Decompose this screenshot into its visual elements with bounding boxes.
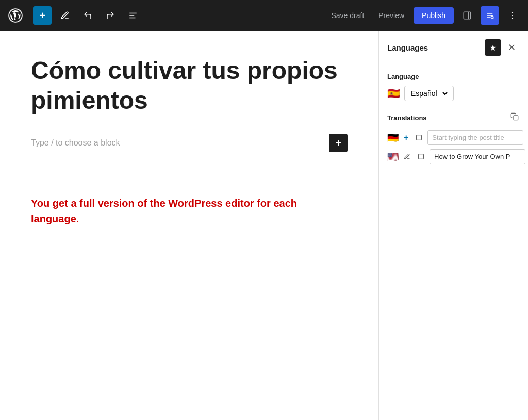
svg-point-7 (512, 12, 513, 13)
edit-translation-en-icon-button[interactable] (402, 152, 412, 161)
selected-language-flag: 🇪🇸 (387, 87, 400, 100)
close-panel-button[interactable]: ✕ (503, 39, 520, 56)
language-select[interactable]: Español English Deutsch Français Italian… (409, 89, 449, 98)
document-overview-button[interactable] (124, 6, 142, 25)
main-toolbar: + Save draft Preview Publish (0, 0, 528, 31)
promo-text: You get a full version of the WordPress … (31, 196, 348, 227)
copy-translations-button[interactable] (509, 111, 520, 124)
svg-rect-11 (417, 135, 422, 140)
translate-button[interactable] (481, 6, 499, 25)
preview-button[interactable]: Preview (373, 8, 409, 23)
pin-panel-button[interactable]: ★ (485, 39, 501, 56)
panel-header: Languages ★ ✕ (379, 31, 528, 64)
svg-rect-12 (419, 154, 424, 159)
translation-row-en: 🇺🇸 (387, 149, 520, 164)
redo-button[interactable] (101, 6, 120, 25)
editor-area: Cómo cultivar tus propios pimientos Type… (0, 31, 378, 420)
sidebar-toggle-button[interactable] (458, 6, 476, 25)
language-select-row: 🇪🇸 Español English Deutsch Français Ital… (387, 86, 520, 101)
add-block-inline-button[interactable]: + (329, 134, 348, 152)
add-block-button[interactable]: + (33, 6, 52, 25)
translation-input-en[interactable] (430, 149, 525, 164)
post-title[interactable]: Cómo cultivar tus propios pimientos (31, 56, 348, 115)
editor-content: Cómo cultivar tus propios pimientos Type… (0, 31, 378, 251)
wp-logo[interactable] (6, 6, 25, 25)
svg-point-8 (512, 15, 513, 16)
panel-body: Language 🇪🇸 Español English Deutsch Fran… (379, 64, 528, 176)
view-translation-en-button[interactable] (416, 152, 426, 161)
languages-panel: Languages ★ ✕ Language 🇪🇸 Español Englis… (378, 31, 528, 420)
save-draft-button[interactable]: Save draft (326, 8, 369, 23)
svg-rect-10 (514, 116, 518, 120)
panel-title: Languages (387, 43, 428, 52)
language-select-wrapper[interactable]: Español English Deutsch Français Italian… (404, 86, 454, 101)
block-placeholder-row: Type / to choose a block + (31, 132, 348, 154)
undo-button[interactable] (78, 6, 97, 25)
translations-section-label: Translations (387, 114, 427, 122)
main-layout: Cómo cultivar tus propios pimientos Type… (0, 31, 528, 420)
flag-en: 🇺🇸 (387, 151, 399, 163)
placeholder-text: Type / to choose a block (31, 138, 120, 148)
panel-header-actions: ★ ✕ (485, 39, 520, 56)
svg-point-9 (512, 18, 513, 19)
flag-de: 🇩🇪 (387, 132, 399, 143)
edit-translation-de-button[interactable] (414, 133, 424, 142)
tools-button[interactable] (56, 6, 74, 25)
add-translation-de-button[interactable]: + (402, 132, 410, 143)
translations-header: Translations (387, 111, 520, 124)
publish-button[interactable]: Publish (414, 7, 454, 24)
translation-row-de: 🇩🇪 + (387, 130, 520, 145)
more-options-button[interactable] (503, 6, 522, 25)
svg-rect-4 (464, 12, 471, 19)
translation-input-de[interactable] (427, 130, 523, 145)
svg-point-6 (491, 16, 493, 19)
language-section-label: Language (387, 73, 520, 80)
